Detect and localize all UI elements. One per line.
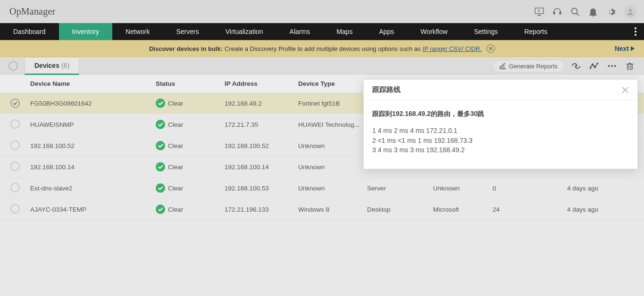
cell-created: 4 days ago <box>565 206 636 213</box>
banner-next-label: Next <box>615 45 629 52</box>
svg-marker-14 <box>631 46 635 51</box>
row-checkbox[interactable] <box>10 204 20 214</box>
svg-point-10 <box>635 31 636 33</box>
close-icon[interactable] <box>621 86 629 94</box>
cell-status: Clear <box>154 99 223 108</box>
inventory-toolbar: Devices (6) Generate Reports <box>0 57 644 75</box>
svg-point-11 <box>635 34 636 36</box>
brand-title: OpManager <box>9 6 55 17</box>
cell-name: FG50BH3G09601642 <box>27 100 154 107</box>
svg-rect-5 <box>560 12 561 14</box>
table-row[interactable]: Est-dns-slave2Clear192.168.100.53Unknown… <box>0 178 644 199</box>
topbar-actions <box>535 6 636 18</box>
presentation-icon[interactable] <box>535 7 544 16</box>
col-name[interactable]: Device Name <box>27 80 154 87</box>
banner-bold: Discover devices in bulk: <box>149 45 223 52</box>
status-clear-icon <box>156 141 165 150</box>
cell-ip: 172.21.7.35 <box>223 121 296 128</box>
nav-maps[interactable]: Maps <box>323 23 366 40</box>
tab-label: Devices <box>34 62 59 69</box>
select-all-checkbox[interactable] <box>8 61 18 71</box>
tab-devices[interactable]: Devices (6) <box>25 57 79 75</box>
cell-name: 192.168.100.52 <box>27 142 154 149</box>
gear-icon[interactable] <box>606 7 616 16</box>
tab-count: (6) <box>61 62 69 69</box>
col-status[interactable]: Status <box>154 80 223 87</box>
status-clear-icon <box>156 205 165 214</box>
cell-ip: 192.168.49.2 <box>223 100 296 107</box>
cell-ip: 192.168.100.14 <box>223 164 296 171</box>
more-icon[interactable] <box>605 60 619 72</box>
search-icon[interactable] <box>570 7 580 16</box>
generate-reports-button[interactable]: Generate Reports <box>493 60 565 73</box>
svg-point-19 <box>597 63 599 64</box>
cell-interfaces: 0 <box>491 185 565 192</box>
nav-virtualization[interactable]: Virtualization <box>212 23 276 40</box>
nav-inventory[interactable]: Inventory <box>59 23 113 40</box>
navbar: DashboardInventoryNetworkServersVirtuali… <box>0 23 644 40</box>
nav-network[interactable]: Network <box>112 23 163 40</box>
trace-line: 3 4 ms 3 ms 3 ms 192.168.49.2 <box>372 145 629 155</box>
cell-type: HUAWEI Technolog... <box>296 121 365 128</box>
col-ip[interactable]: IP Address <box>223 80 296 87</box>
row-checkbox[interactable] <box>10 162 20 171</box>
table-row[interactable]: AJAYC-0334-TEMPClear172.21.196.133Window… <box>0 199 644 220</box>
delete-icon[interactable] <box>623 60 636 72</box>
cell-ip: 192.168.100.53 <box>223 185 296 192</box>
analytics-icon[interactable] <box>587 60 601 72</box>
banner-link[interactable]: IP range/ CSV/ CIDR. <box>423 45 482 52</box>
svg-point-9 <box>635 27 636 29</box>
svg-point-21 <box>611 65 613 67</box>
svg-point-8 <box>629 9 632 12</box>
cell-interfaces: 24 <box>491 206 565 213</box>
col-type[interactable]: Device Type <box>296 80 365 87</box>
cell-name: Est-dns-slave2 <box>27 185 154 192</box>
row-checkbox[interactable] <box>10 119 20 129</box>
status-clear-icon <box>156 120 165 129</box>
banner-next-button[interactable]: Next <box>615 45 635 52</box>
svg-point-16 <box>590 67 591 69</box>
popup-title: 跟踪路线 <box>372 85 401 94</box>
svg-point-18 <box>594 66 596 68</box>
svg-rect-23 <box>627 64 632 69</box>
status-clear-icon <box>156 99 165 108</box>
svg-line-7 <box>577 13 579 16</box>
refresh-icon[interactable] <box>569 60 583 72</box>
row-checkbox[interactable] <box>10 183 20 192</box>
nav-dashboard[interactable]: Dashboard <box>0 23 59 40</box>
cell-type: Fortinet fgt51B <box>296 100 365 107</box>
nav-workflow[interactable]: Workflow <box>407 23 460 40</box>
cell-name: HUAWEISNMP <box>27 121 154 128</box>
row-checkbox[interactable] <box>10 140 20 150</box>
avatar[interactable] <box>624 6 636 18</box>
cell-type: Windows 8 <box>296 206 365 213</box>
nav-servers[interactable]: Servers <box>163 23 212 40</box>
discovery-banner: Discover devices in bulk: Create a Disco… <box>0 40 644 57</box>
cell-type: Unknown <box>296 142 365 149</box>
popup-body: 跟踪到192.168.49.2的路由，最多30跳 1 4 ms 2 ms 4 m… <box>364 100 637 169</box>
svg-point-20 <box>608 65 610 67</box>
bell-icon[interactable] <box>588 7 598 16</box>
nav-apps[interactable]: Apps <box>366 23 407 40</box>
cell-vendor: Microsoft <box>431 206 491 213</box>
cell-status: Clear <box>154 183 223 193</box>
cell-type: Unknown <box>296 164 365 171</box>
headset-icon[interactable] <box>552 7 562 16</box>
cell-status: Clear <box>154 162 223 172</box>
svg-point-6 <box>572 8 577 14</box>
cell-status: Clear <box>154 120 223 129</box>
nav-overflow-icon[interactable] <box>632 23 639 40</box>
nav-alarms[interactable]: Alarms <box>276 23 324 40</box>
status-clear-icon <box>156 183 165 193</box>
trace-line: 2 <1 ms <1 ms 1 ms 192.168.73.3 <box>372 136 629 145</box>
dismiss-banner-button[interactable] <box>486 44 495 53</box>
nav-reports[interactable]: Reports <box>511 23 560 40</box>
cell-ip: 172.21.196.133 <box>223 206 296 213</box>
row-checkbox[interactable] <box>10 99 20 108</box>
cell-created: 4 days ago <box>565 185 636 192</box>
svg-point-17 <box>592 64 594 66</box>
cell-category: Desktop <box>365 206 431 213</box>
popup-lead: 跟踪到192.168.49.2的路由，最多30跳 <box>372 109 629 118</box>
cell-name: AJAYC-0334-TEMP <box>27 206 154 213</box>
nav-settings[interactable]: Settings <box>461 23 511 40</box>
